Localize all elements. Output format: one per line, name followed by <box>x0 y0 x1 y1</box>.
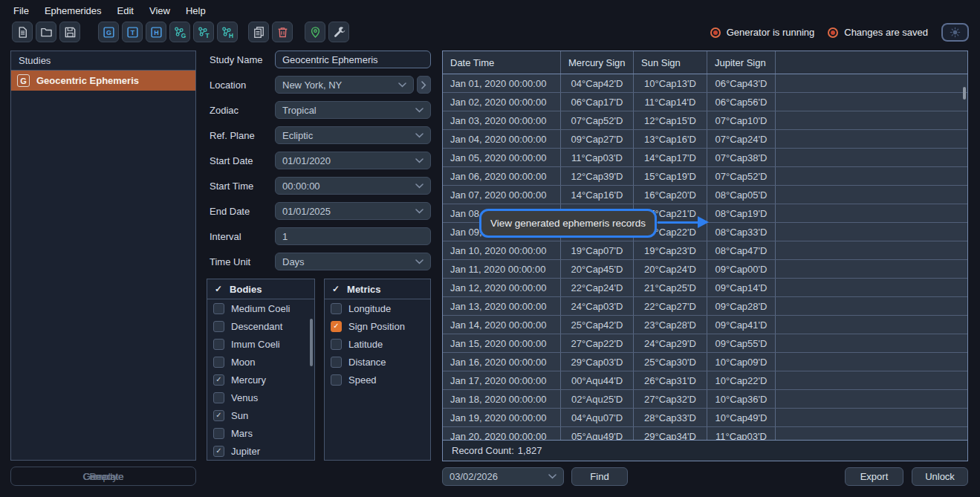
table-cell: 19°Cap07'D <box>561 241 634 259</box>
table-row[interactable]: Jan 07, 2020 00:00:0014°Cap16'D16°Cap20'… <box>443 186 967 204</box>
table-row[interactable]: Jan 18, 2020 00:00:0002°Aqu25'D27°Cap32'… <box>443 390 967 409</box>
unchecked-checkbox[interactable]: ✓ <box>331 357 342 368</box>
table-row[interactable]: Jan 14, 2020 00:00:0025°Cap42'D23°Cap28'… <box>443 316 967 334</box>
find-date-value: 03/02/2026 <box>450 471 548 482</box>
table-cell: 09°Cap27'D <box>561 130 634 148</box>
table-cell-empty <box>776 167 967 185</box>
generator-status: Generator is running <box>710 27 815 38</box>
table-row[interactable]: Jan 10, 2020 00:00:0019°Cap07'D19°Cap23'… <box>443 241 967 260</box>
unchecked-checkbox[interactable]: ✓ <box>213 428 224 439</box>
unchecked-checkbox[interactable]: ✓ <box>331 339 342 350</box>
table-row[interactable]: Jan 13, 2020 00:00:0024°Cap03'D22°Cap27'… <box>443 297 967 316</box>
checklist-item-mercury[interactable]: ✓Mercury <box>207 371 314 389</box>
zodiac-dropdown[interactable]: Tropical <box>275 101 431 119</box>
topocentric-graph-button[interactable]: T <box>193 22 214 42</box>
table-row[interactable]: Jan 05, 2020 00:00:0011°Cap03'D14°Cap17'… <box>443 149 967 167</box>
table-cell: 15°Cap19'D <box>634 167 707 185</box>
checked-checkbox[interactable]: ✓ <box>213 374 224 386</box>
checklist-item-medium-coeli[interactable]: ✓Medium Coeli <box>207 299 314 317</box>
wrench-button[interactable] <box>328 22 349 42</box>
table-row[interactable]: Jan 12, 2020 00:00:0022°Cap24'D21°Cap25'… <box>443 279 967 297</box>
open-folder-button[interactable] <box>36 22 56 42</box>
checklist-item-speed[interactable]: ✓Speed <box>325 371 430 389</box>
checklist-item-sign-position[interactable]: ✓Sign Position <box>325 317 430 335</box>
geocentric-letter-button[interactable]: G <box>98 22 119 42</box>
table-cell: 12°Cap15'D <box>634 111 707 129</box>
heliocentric-letter-button[interactable]: H <box>146 22 166 42</box>
start-time-dropdown[interactable]: 00:00:00 <box>275 177 431 195</box>
table-row[interactable]: Jan 20, 2020 00:00:0005°Aqu49'D29°Cap34'… <box>443 427 967 440</box>
unchecked-checkbox[interactable]: ✓ <box>213 392 224 403</box>
topocentric-letter-button[interactable]: T <box>122 22 143 42</box>
end-date-dropdown[interactable]: 01/01/2025 <box>275 202 431 220</box>
table-cell: 04°Aqu07'D <box>561 409 634 426</box>
checklist-item-imum-coeli[interactable]: ✓Imum Coeli <box>207 335 314 353</box>
menu-ephemerides[interactable]: Ephemerides <box>45 5 102 21</box>
table-scrollbar[interactable] <box>963 87 966 100</box>
menu-file[interactable]: File <box>13 5 29 21</box>
unchecked-checkbox[interactable]: ✓ <box>213 321 224 332</box>
save-button[interactable] <box>59 22 80 42</box>
table-row[interactable]: Jan 15, 2020 00:00:0027°Cap22'D24°Cap29'… <box>443 334 967 353</box>
checklist-item-descendant[interactable]: ✓Descendant <box>207 317 314 335</box>
table-row[interactable]: Jan 16, 2020 00:00:0029°Cap03'D25°Cap30'… <box>443 353 967 371</box>
bodies-scrollbar[interactable] <box>310 319 313 366</box>
new-document-button[interactable] <box>12 22 33 42</box>
generate-button[interactable]: Generate Ready Complete <box>10 467 196 486</box>
menu-edit[interactable]: Edit <box>117 5 134 21</box>
checklist-item-venus[interactable]: ✓Venus <box>207 389 314 406</box>
checked-checkbox[interactable]: ✓ <box>213 446 224 457</box>
table-cell: 14°Cap16'D <box>561 186 634 204</box>
unchecked-checkbox[interactable]: ✓ <box>213 339 224 350</box>
tooltip-arrow-head-icon <box>698 216 709 228</box>
heliocentric-graph-button[interactable]: H <box>217 22 238 42</box>
table-row[interactable]: Jan 01, 2020 00:00:0004°Cap42'D10°Cap13'… <box>443 74 967 93</box>
find-button[interactable]: Find <box>571 467 628 486</box>
location-dropdown[interactable]: New York, NY <box>275 76 414 94</box>
location-pin-button[interactable] <box>305 22 325 42</box>
geocentric-graph-button[interactable]: G <box>169 22 190 42</box>
menu-view[interactable]: View <box>149 5 170 21</box>
interval-input[interactable]: 1 <box>275 227 431 245</box>
table-row[interactable]: Jan 03, 2020 00:00:0007°Cap52'D12°Cap15'… <box>443 111 967 130</box>
find-date-dropdown[interactable]: 03/02/2026 <box>442 467 564 486</box>
checklist-item-moon[interactable]: ✓Moon <box>207 353 314 371</box>
bodies-panel-header[interactable]: ✓ Bodies <box>207 279 314 299</box>
checklist-item-mars[interactable]: ✓Mars <box>207 424 314 442</box>
unchecked-checkbox[interactable]: ✓ <box>331 303 342 314</box>
unchecked-checkbox[interactable]: ✓ <box>213 357 224 368</box>
checked-checkbox[interactable]: ✓ <box>331 321 342 332</box>
theme-toggle-button[interactable] <box>941 23 969 42</box>
table-row[interactable]: Jan 06, 2020 00:00:0012°Cap39'D15°Cap19'… <box>443 167 967 186</box>
table-row[interactable]: Jan 04, 2020 00:00:0009°Cap27'D13°Cap16'… <box>443 130 967 149</box>
time-unit-dropdown[interactable]: Days <box>275 253 431 270</box>
checklist-item-longitude[interactable]: ✓Longitude <box>325 299 430 317</box>
checklist-item-jupiter[interactable]: ✓Jupiter <box>207 442 314 460</box>
chevron-down-icon <box>398 82 406 88</box>
checklist-item-distance[interactable]: ✓Distance <box>325 353 430 371</box>
metrics-panel-header[interactable]: ✓ Metrics <box>325 279 430 299</box>
delete-button[interactable] <box>272 22 293 42</box>
export-button[interactable]: Export <box>845 467 903 486</box>
location-expand-button[interactable] <box>417 76 431 94</box>
ref-plane-dropdown[interactable]: Ecliptic <box>275 126 431 144</box>
delete-icon <box>276 26 289 39</box>
table-row[interactable]: Jan 11, 2020 00:00:0020°Cap45'D20°Cap24'… <box>443 260 967 279</box>
menu-help[interactable]: Help <box>186 5 206 21</box>
column-header-mercury-sign: Mercury Sign <box>561 51 634 74</box>
column-header-empty <box>776 51 967 74</box>
table-row[interactable]: Jan 17, 2020 00:00:0000°Aqu44'D26°Cap31'… <box>443 371 967 390</box>
checklist-item-sun[interactable]: ✓Sun <box>207 406 314 424</box>
checklist-item-latitude[interactable]: ✓Latitude <box>325 335 430 353</box>
table-row[interactable]: Jan 02, 2020 00:00:0006°Cap17'D11°Cap14'… <box>443 93 967 111</box>
unchecked-checkbox[interactable]: ✓ <box>213 303 224 314</box>
study-name-input[interactable]: Geocentric Ephemeris <box>275 51 431 68</box>
unlock-button[interactable]: Unlock <box>912 467 968 486</box>
table-row[interactable]: Jan 19, 2020 00:00:0004°Aqu07'D28°Cap33'… <box>443 409 967 427</box>
copy-button[interactable] <box>248 22 269 42</box>
study-list-item[interactable]: GGeocentric Ephemeris <box>11 71 195 91</box>
start-date-dropdown[interactable]: 01/01/2020 <box>275 152 431 169</box>
unchecked-checkbox[interactable]: ✓ <box>331 374 342 386</box>
checked-checkbox[interactable]: ✓ <box>213 410 224 421</box>
field-label: Interval <box>210 231 275 242</box>
